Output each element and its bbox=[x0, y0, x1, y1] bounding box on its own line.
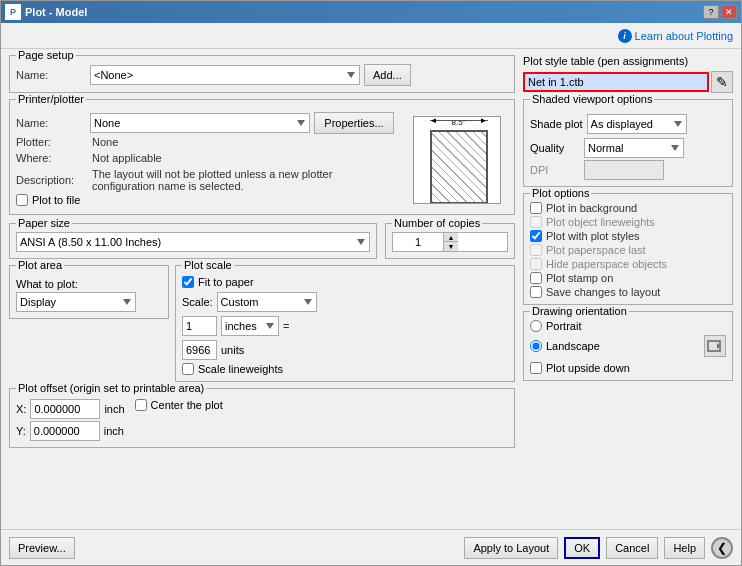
add-button[interactable]: Add... bbox=[364, 64, 411, 86]
plotter-info: Name: None Properties... Plotter: None W… bbox=[16, 108, 407, 208]
shaded-options: Shade plot As displayed Quality Normal D… bbox=[530, 104, 726, 180]
landscape-radio[interactable] bbox=[530, 340, 542, 352]
y-input[interactable] bbox=[30, 421, 100, 441]
title-bar-left: P Plot - Model bbox=[5, 4, 87, 20]
apply-to-layout-button[interactable]: Apply to Layout bbox=[464, 537, 558, 559]
shaded-viewport-group: Shaded viewport options Shade plot As di… bbox=[523, 99, 733, 187]
copies-up[interactable]: ▲ bbox=[444, 233, 458, 242]
plot-options-group: Plot options Plot in background Plot obj… bbox=[523, 193, 733, 305]
plot-to-file-checkbox[interactable] bbox=[16, 194, 28, 206]
scale-values-row: inches = bbox=[182, 316, 508, 336]
scale-lineweights-row: Scale lineweights bbox=[182, 363, 508, 375]
cancel-button[interactable]: Cancel bbox=[606, 537, 658, 559]
scale-label: Scale: bbox=[182, 296, 213, 308]
paper-size-select[interactable]: ANSI A (8.50 x 11.00 Inches) bbox=[16, 232, 370, 252]
copies-spinners: ▲ ▼ bbox=[443, 233, 458, 251]
center-plot-checkbox[interactable] bbox=[135, 399, 147, 411]
copies-down[interactable]: ▼ bbox=[444, 242, 458, 251]
opt-checkbox-1[interactable] bbox=[530, 216, 542, 228]
copies-input[interactable] bbox=[393, 233, 443, 251]
title-controls: ? ✕ bbox=[703, 5, 737, 19]
bottom-bar: Preview... Apply to Layout OK Cancel Hel… bbox=[1, 529, 741, 565]
where-row: Where: Not applicable bbox=[16, 152, 407, 164]
portrait-row: Portrait bbox=[530, 320, 726, 332]
what-to-plot-label-row: What to plot: bbox=[16, 278, 162, 290]
offset-x-row: X: inch bbox=[16, 399, 125, 419]
description-row: Description: The layout will not be plot… bbox=[16, 168, 407, 192]
offset-rows: X: inch Y: inch Center th bbox=[16, 393, 508, 441]
top-bar: i Learn about Plotting bbox=[1, 23, 741, 49]
what-to-plot-row: What to plot: Display bbox=[16, 270, 162, 312]
plot-area-group: Plot area What to plot: Display bbox=[9, 265, 169, 382]
opt-row-3: Plot paperspace last bbox=[530, 244, 726, 256]
scale-select[interactable]: Custom bbox=[217, 292, 317, 312]
x-label: X: bbox=[16, 403, 26, 415]
opt-checkbox-4[interactable] bbox=[530, 258, 542, 270]
shade-plot-label: Shade plot bbox=[530, 118, 583, 130]
fit-to-paper-checkbox[interactable] bbox=[182, 276, 194, 288]
bottom-left: Preview... bbox=[9, 537, 75, 559]
pst-section: Plot style table (pen assignments) Net i… bbox=[523, 55, 733, 93]
portrait-radio[interactable] bbox=[530, 320, 542, 332]
opt-checkbox-5[interactable] bbox=[530, 272, 542, 284]
drawing-orientation-label: Drawing orientation bbox=[530, 305, 629, 317]
landscape-icon bbox=[704, 335, 726, 357]
bottom-right: Apply to Layout OK Cancel Help ❮ bbox=[464, 537, 733, 559]
properties-button[interactable]: Properties... bbox=[314, 112, 394, 134]
help-title-btn[interactable]: ? bbox=[703, 5, 719, 19]
center-label: Center the plot bbox=[151, 399, 223, 411]
upside-down-label: Plot upside down bbox=[546, 362, 630, 374]
opt-checkbox-6[interactable] bbox=[530, 286, 542, 298]
learn-link-text: Learn about Plotting bbox=[635, 30, 733, 42]
ok-button[interactable]: OK bbox=[564, 537, 600, 559]
opt-label-6: Save changes to layout bbox=[546, 286, 660, 298]
opt-label-5: Plot stamp on bbox=[546, 272, 613, 284]
opt-checkbox-3[interactable] bbox=[530, 244, 542, 256]
x-unit: inch bbox=[104, 403, 124, 415]
plotter-row: Plotter: None bbox=[16, 136, 407, 148]
portrait-label: Portrait bbox=[546, 320, 581, 332]
preview-area: 8.5" ◄► 11.0" bbox=[413, 108, 508, 208]
learn-link[interactable]: i Learn about Plotting bbox=[618, 29, 733, 43]
shade-plot-select[interactable]: As displayed bbox=[587, 114, 687, 134]
scale-value2-input[interactable] bbox=[182, 340, 217, 360]
scale-lineweights-checkbox[interactable] bbox=[182, 363, 194, 375]
dpi-input[interactable] bbox=[584, 160, 664, 180]
what-to-plot-select[interactable]: Display bbox=[16, 292, 136, 312]
shade-plot-row: Shade plot As displayed bbox=[530, 114, 726, 134]
paper-size-label: Paper size bbox=[16, 217, 72, 229]
upside-down-row: Plot upside down bbox=[530, 362, 726, 374]
plotter-name-select[interactable]: None bbox=[90, 113, 310, 133]
plot-area-label: Plot area bbox=[16, 259, 64, 271]
paper-size-row: ANSI A (8.50 x 11.00 Inches) bbox=[16, 228, 370, 252]
pst-edit-button[interactable]: ✎ bbox=[711, 71, 733, 93]
x-input[interactable] bbox=[30, 399, 100, 419]
plot-area-box: Plot area What to plot: Display bbox=[9, 265, 169, 319]
opt-row-1: Plot object lineweights bbox=[530, 216, 726, 228]
scale-lineweights-label: Scale lineweights bbox=[198, 363, 283, 375]
units-select[interactable]: inches bbox=[221, 316, 279, 336]
page-setup-name-select[interactable]: <None> bbox=[90, 65, 360, 85]
copies-label: Number of copies bbox=[392, 217, 482, 229]
upside-down-checkbox[interactable] bbox=[530, 362, 542, 374]
plot-scale-group: Plot scale Fit to paper Scale: Custom bbox=[175, 265, 515, 382]
help-button[interactable]: Help bbox=[664, 537, 705, 559]
pst-select[interactable]: Net in 1.ctb bbox=[523, 72, 709, 92]
title-bar: P Plot - Model ? ✕ bbox=[1, 1, 741, 23]
opt-checkbox-2[interactable] bbox=[530, 230, 542, 242]
paper-copies-section: Paper size ANSI A (8.50 x 11.00 Inches) … bbox=[9, 223, 515, 259]
paper-size-group: Paper size ANSI A (8.50 x 11.00 Inches) bbox=[9, 223, 377, 259]
plot-offset-label: Plot offset (origin set to printable are… bbox=[16, 382, 206, 394]
opt-label-4: Hide paperspace objects bbox=[546, 258, 667, 270]
opt-checkbox-0[interactable] bbox=[530, 202, 542, 214]
preview-button[interactable]: Preview... bbox=[9, 537, 75, 559]
offset-x-col: X: inch Y: inch bbox=[16, 397, 125, 441]
arrow-button[interactable]: ❮ bbox=[711, 537, 733, 559]
opt-row-4: Hide paperspace objects bbox=[530, 258, 726, 270]
quality-select[interactable]: Normal bbox=[584, 138, 684, 158]
close-btn[interactable]: ✕ bbox=[721, 5, 737, 19]
scale-value1-input[interactable] bbox=[182, 316, 217, 336]
fit-to-paper-label: Fit to paper bbox=[198, 276, 254, 288]
opt-row-6: Save changes to layout bbox=[530, 286, 726, 298]
app-icon: P bbox=[5, 4, 21, 20]
